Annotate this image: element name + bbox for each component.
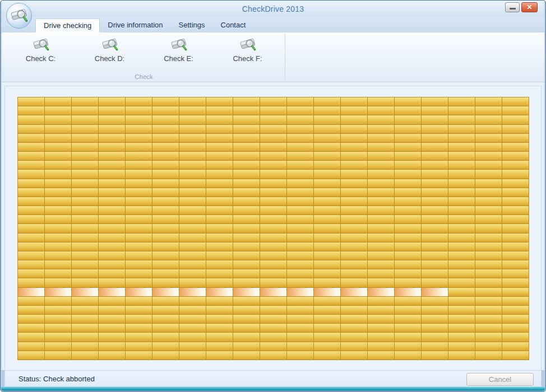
sector-block — [233, 206, 260, 214]
sector-block — [179, 125, 206, 133]
check-f-button[interactable]: Check F: — [213, 35, 282, 69]
sector-block — [475, 115, 502, 124]
sector-block — [152, 143, 179, 151]
sector-block — [422, 206, 448, 214]
sector-block — [395, 315, 421, 323]
sector-block — [448, 234, 475, 242]
sector-block — [179, 260, 206, 269]
sector-block — [72, 333, 98, 341]
sector-block — [368, 125, 394, 133]
sector-block — [72, 342, 98, 351]
sector-block — [126, 179, 152, 188]
sector-block — [395, 143, 421, 151]
sector-block — [502, 315, 529, 323]
sector-block — [233, 134, 260, 142]
sector-block — [368, 251, 394, 260]
sector-block — [314, 161, 340, 169]
sector-block — [18, 134, 44, 142]
sector-block — [475, 161, 502, 169]
sector-block-checking — [287, 288, 313, 296]
sector-block — [475, 278, 502, 287]
sector-block — [206, 115, 233, 124]
sector-block — [475, 97, 502, 106]
sector-block — [287, 306, 313, 314]
sector-block — [314, 97, 340, 106]
tab-drive-checking[interactable]: Drive checking — [35, 18, 100, 32]
sector-block — [287, 179, 313, 188]
sector-block — [45, 351, 71, 360]
sector-block — [475, 306, 502, 314]
sector-block-checking — [99, 288, 125, 296]
sector-block — [18, 197, 44, 206]
sector-block — [206, 188, 233, 197]
sector-block — [152, 342, 179, 351]
sector-block — [475, 234, 502, 242]
status-text: Status: Check abborted — [18, 375, 95, 383]
sector-block — [233, 97, 260, 106]
sector-block — [314, 125, 340, 133]
sector-block — [502, 161, 529, 169]
sector-block — [502, 260, 529, 269]
sector-block — [233, 333, 260, 341]
cancel-button[interactable]: Cancel — [466, 373, 534, 386]
sector-block — [314, 342, 340, 351]
sector-block — [260, 115, 286, 124]
sector-block — [287, 197, 313, 206]
sector-block — [72, 215, 98, 223]
sector-block — [72, 97, 98, 106]
sector-block — [314, 224, 340, 232]
sector-block — [18, 188, 44, 197]
check-c-button[interactable]: Check C: — [6, 35, 75, 69]
tab-contact[interactable]: Contact — [213, 18, 254, 32]
sector-block — [179, 106, 206, 115]
sector-block — [475, 106, 502, 115]
minimize-button[interactable] — [505, 2, 520, 12]
sector-block — [314, 143, 340, 151]
sector-block — [206, 134, 233, 142]
sector-block — [502, 152, 529, 160]
sector-block — [72, 242, 98, 251]
sector-block — [341, 215, 367, 223]
sector-block — [45, 342, 71, 351]
sector-block — [341, 115, 367, 124]
sector-block — [422, 179, 448, 188]
window-title: CheckDrive 2013 — [2, 4, 544, 13]
check-d-button[interactable]: Check D: — [75, 35, 144, 69]
drive-search-icon — [101, 37, 118, 53]
sector-block — [179, 342, 206, 351]
sector-block — [152, 278, 179, 287]
sector-block — [422, 260, 448, 269]
sector-block — [314, 269, 340, 278]
sector-block — [448, 152, 475, 160]
sector-block — [422, 333, 448, 341]
sector-block — [502, 288, 529, 296]
sector-block — [502, 125, 529, 133]
sector-block — [206, 224, 233, 232]
app-icon[interactable] — [6, 3, 32, 29]
sector-block — [72, 143, 98, 151]
sector-block — [502, 170, 529, 178]
sector-block — [368, 260, 394, 269]
tab-settings[interactable]: Settings — [171, 18, 213, 32]
sector-block — [395, 278, 421, 287]
sector-block — [18, 170, 44, 178]
sector-block — [448, 115, 475, 124]
sector-block — [448, 351, 475, 360]
sector-block — [475, 333, 502, 341]
sector-block — [475, 324, 502, 332]
sector-block — [99, 215, 125, 223]
sector-block — [126, 170, 152, 178]
check-c-label: Check C: — [26, 54, 55, 63]
sector-block — [18, 251, 44, 260]
sector-block — [475, 197, 502, 206]
sector-block — [126, 234, 152, 242]
sector-block — [341, 278, 367, 287]
sector-block — [395, 179, 421, 188]
tab-drive-information[interactable]: Drive information — [100, 18, 170, 32]
close-button[interactable]: ✕ — [521, 2, 538, 12]
sector-block — [179, 234, 206, 242]
check-e-button[interactable]: Check E: — [144, 35, 213, 69]
sector-block — [152, 234, 179, 242]
sector-block — [475, 179, 502, 188]
sector-block — [448, 179, 475, 188]
